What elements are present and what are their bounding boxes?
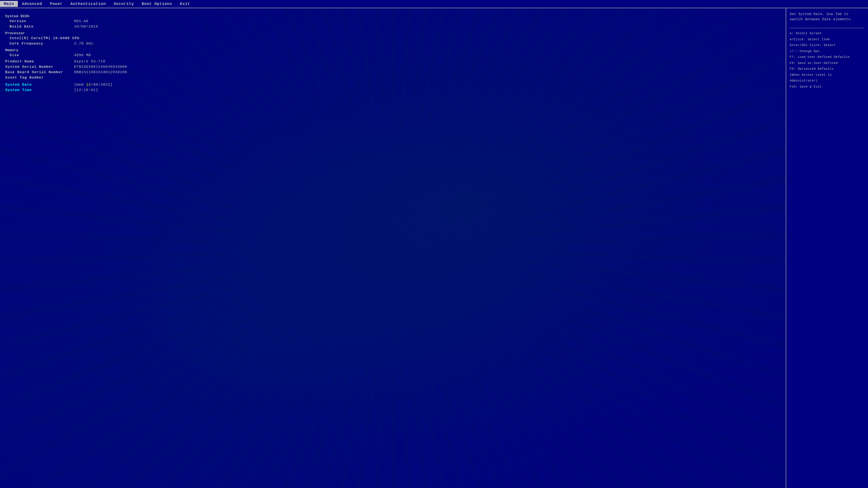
mem-size-row: Size 4096 MB: [5, 53, 781, 57]
key-help-access-note2: Administrator): [789, 78, 865, 84]
system-serial-label: System Serial Number: [5, 65, 74, 69]
menu-item-power[interactable]: Power: [46, 1, 66, 7]
help-line2: switch between Date elements.: [789, 18, 853, 21]
base-board-serial-row: Base Board Serial Number DBB151100154301…: [5, 70, 781, 74]
key-help-select-item: ⇅/Click: Select Item: [789, 37, 865, 42]
build-date-label: Build Date: [5, 25, 74, 29]
version-row: Version R01-A0: [5, 19, 781, 23]
product-name-label: Product Name: [5, 59, 74, 63]
product-name-row: Product Name Aspire X3-710: [5, 59, 781, 63]
content-area: System BIOS Version R01-A0 Build Date 10…: [0, 8, 868, 488]
memory-header: Memory: [5, 48, 781, 52]
menu-item-exit[interactable]: Exit: [176, 1, 194, 7]
system-serial-value: DTB1GEX001546046933000: [74, 65, 127, 69]
key-help-select-screen: ⇄: Select Screen: [789, 31, 865, 36]
help-line1: Set System Date. Use Tab to: [789, 12, 848, 16]
help-divider: [789, 28, 865, 28]
asset-tag-label: Asset Tag Number: [5, 75, 74, 79]
build-date-value: 10/08/2015: [74, 25, 98, 29]
menu-item-authentication[interactable]: Authentication: [66, 1, 110, 7]
system-date-row[interactable]: System Date [Wed 12/06/2023]: [5, 83, 781, 87]
core-freq-label: Core Frequency: [5, 41, 74, 45]
core-freq-value: 2.70 GHz: [74, 41, 93, 45]
mem-size-label: Size: [5, 53, 74, 57]
build-date-row: Build Date 10/08/2015: [5, 25, 781, 29]
system-time-label: System Time: [5, 88, 74, 92]
core-freq-row: Core Frequency 2.70 GHz: [5, 41, 781, 45]
menu-item-advanced[interactable]: Advanced: [18, 1, 46, 7]
menu-bar: Main Advanced Power Authentication Secur…: [0, 0, 868, 8]
mem-size-value: 4096 MB: [74, 53, 91, 57]
system-date-value: [Wed 12/06/2023]: [74, 83, 113, 87]
key-help-f7: F7: Load User-defined Defaults: [789, 55, 865, 60]
product-name-value: Aspire X3-710: [74, 59, 105, 63]
menu-item-security[interactable]: Security: [110, 1, 138, 7]
date-selected-digit: 12: [86, 83, 91, 87]
processor-header: Processor: [5, 31, 781, 35]
key-help-f9: F9: Optimized Defaults: [789, 66, 865, 72]
menu-item-main[interactable]: Main: [0, 1, 18, 7]
version-value: R01-A0: [74, 19, 89, 23]
system-time-value: [12:18:01]: [74, 88, 98, 92]
system-serial-row: System Serial Number DTB1GEX001546046933…: [5, 65, 781, 69]
system-date-label: System Date: [5, 83, 74, 87]
system-bios-header: System BIOS: [5, 14, 781, 18]
asset-tag-row: Asset Tag Number: [5, 75, 781, 79]
base-board-serial-value: DBB1511001543012939100: [74, 70, 127, 74]
base-board-serial-label: Base Board Serial Number: [5, 70, 74, 74]
key-help-access-note1: (When Access Level is: [789, 72, 865, 78]
right-panel: Set System Date. Use Tab to switch betwe…: [786, 8, 868, 488]
key-help-f10: F10: Save & Exit: [789, 84, 865, 90]
system-time-row[interactable]: System Time [12:18:01]: [5, 88, 781, 92]
processor-name-row: Intel(R) Core(TM) i5-6400 CPU: [5, 36, 781, 40]
main-panel: System BIOS Version R01-A0 Build Date 10…: [0, 8, 786, 488]
key-help-enter: Enter/Dbl Click: Select: [789, 42, 865, 48]
menu-item-boot-options[interactable]: Boot Options: [138, 1, 176, 7]
processor-name-label: Intel(R) Core(TM) i5-6400 CPU: [5, 36, 80, 40]
date-prefix: [Wed: [74, 83, 86, 87]
key-help-section: ⇄: Select Screen ⇅/Click: Select Item En…: [789, 31, 865, 90]
key-help-change: +/-: Change Opt.: [789, 48, 865, 54]
help-text: Set System Date. Use Tab to switch betwe…: [789, 11, 865, 22]
version-label: Version: [5, 19, 74, 23]
date-suffix: /06/2023]: [91, 83, 113, 87]
key-help-f8: F8: Save as User-defined: [789, 61, 865, 66]
bios-screen: Main Advanced Power Authentication Secur…: [0, 0, 868, 488]
